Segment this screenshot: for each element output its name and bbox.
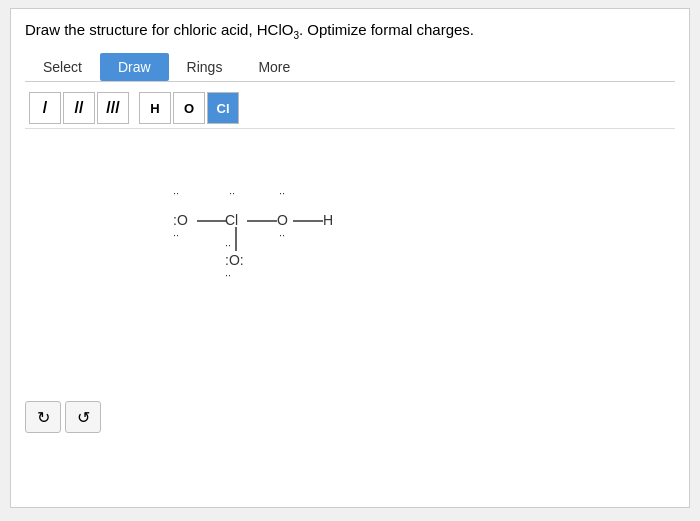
tab-draw[interactable]: Draw — [100, 53, 169, 81]
question-main: Draw the structure for chloric acid, HCl… — [25, 21, 293, 38]
svg-text:··: ·· — [225, 239, 231, 251]
main-toolbar: Select Draw Rings More — [25, 53, 675, 82]
svg-text:··: ·· — [173, 187, 179, 199]
bottom-toolbar: ↻ ↺ — [25, 401, 675, 433]
bond-atom-tools: / // /// H O Cl — [25, 88, 675, 129]
tab-rings[interactable]: Rings — [169, 53, 241, 81]
svg-text:··: ·· — [279, 187, 285, 199]
question-suffix: . Optimize formal charges. — [299, 21, 474, 38]
svg-text::O:: :O: — [225, 252, 244, 268]
drawing-area[interactable]: ·· :O ·· ·· Cl ·· O ·· H — [25, 133, 675, 393]
svg-text:O: O — [277, 212, 288, 228]
tab-select[interactable]: Select — [25, 53, 100, 81]
svg-text:H: H — [323, 212, 333, 228]
svg-text:··: ·· — [279, 229, 285, 241]
atom-h-button[interactable]: H — [139, 92, 171, 124]
page-wrapper: Draw the structure for chloric acid, HCl… — [10, 8, 690, 508]
redo-button[interactable]: ↻ — [25, 401, 61, 433]
svg-text:Cl: Cl — [225, 212, 238, 228]
svg-text:··: ·· — [225, 269, 231, 281]
svg-text::O: :O — [173, 212, 188, 228]
svg-text:··: ·· — [229, 187, 235, 199]
tab-more[interactable]: More — [240, 53, 308, 81]
question-text: Draw the structure for chloric acid, HCl… — [25, 19, 675, 43]
single-bond-button[interactable]: / — [29, 92, 61, 124]
atom-o-button[interactable]: O — [173, 92, 205, 124]
undo-button[interactable]: ↺ — [65, 401, 101, 433]
atom-cl-button[interactable]: Cl — [207, 92, 239, 124]
molecule-diagram: ·· :O ·· ·· Cl ·· O ·· H — [155, 183, 435, 303]
svg-text:··: ·· — [173, 229, 179, 241]
double-bond-button[interactable]: // — [63, 92, 95, 124]
triple-bond-button[interactable]: /// — [97, 92, 129, 124]
